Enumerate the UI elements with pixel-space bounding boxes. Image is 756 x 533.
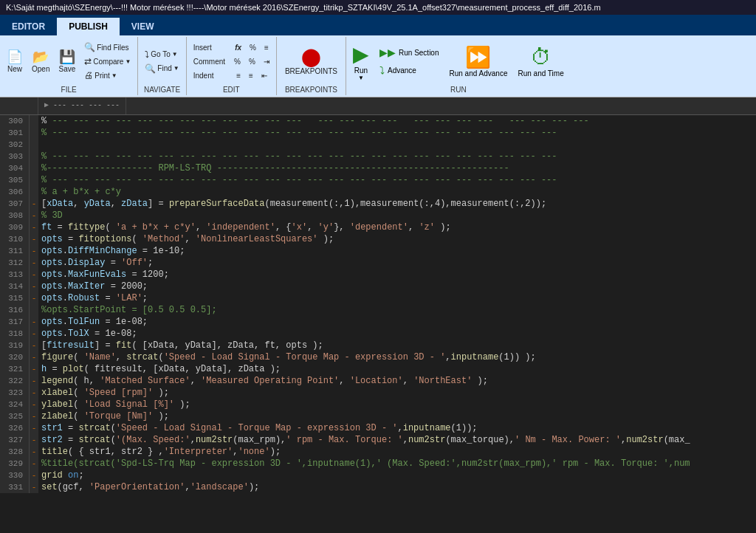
- save-button[interactable]: 💾 Save: [55, 47, 79, 76]
- line-number: 316: [0, 304, 30, 316]
- compare-button[interactable]: ⇄ Compare ▼: [80, 55, 134, 68]
- line-content: [38, 139, 756, 151]
- table-row: 326-str1 = strcat('Speed - Load Signal -…: [0, 422, 756, 434]
- line-number: 305: [0, 174, 30, 186]
- line-marker: -: [30, 221, 38, 233]
- tab-bar: EDITOR PUBLISH VIEW: [0, 15, 756, 35]
- comment-button[interactable]: Comment: [190, 55, 229, 68]
- find-button[interactable]: 🔍 Find ▼: [141, 62, 182, 75]
- table-row: 330-grid on;: [0, 470, 756, 481]
- fx-button[interactable]: fx: [231, 41, 245, 54]
- line-content: zlabel( 'Torque [Nm]' );: [38, 410, 756, 422]
- table-row: 319-[fitresult] = fit( [xData, yData], z…: [0, 340, 756, 351]
- open-button[interactable]: 📂 Open: [28, 47, 53, 76]
- line-marker: -: [30, 363, 38, 375]
- line-marker: -: [30, 375, 38, 387]
- line-marker: -: [30, 233, 38, 245]
- goto-button[interactable]: ⤵ Go To ▼: [141, 48, 182, 61]
- new-button[interactable]: 📄 New: [3, 47, 27, 76]
- breakpoints-button[interactable]: ⬤ BREAKPOINTS: [280, 44, 343, 79]
- line-content: % --- --- --- --- --- --- --- --- --- --…: [38, 174, 756, 186]
- main-content: 300% --- --- --- --- --- --- --- --- ---…: [0, 115, 756, 533]
- line-marker: [30, 115, 38, 127]
- line-marker: -: [30, 316, 38, 328]
- run-button[interactable]: ▶ Run ▼: [349, 40, 373, 83]
- table-row: 313-opts.MaxFunEvals = 1200;: [0, 269, 756, 281]
- indent-button[interactable]: Indent: [190, 69, 229, 82]
- line-content: [fitresult] = fit( [xData, yData], zData…: [38, 340, 756, 351]
- line-number: 324: [0, 399, 30, 410]
- line-content: %opts.StartPoint = [0.5 0.5 0.5];: [38, 304, 756, 316]
- table-row: 307-[xData, yData, zData] = prepareSurfa…: [0, 198, 756, 210]
- line-number: 304: [0, 162, 30, 174]
- tab-editor[interactable]: EDITOR: [0, 18, 57, 35]
- line-marker: -: [30, 387, 38, 399]
- new-icon: 📄: [7, 49, 23, 66]
- print-dropdown-icon: ▼: [111, 72, 117, 79]
- edit-icon4[interactable]: ⇥: [260, 55, 273, 68]
- line-content: opts.TolX = 1e-08;: [38, 328, 756, 340]
- compare-label: Compare: [93, 58, 123, 66]
- table-row: 306% a + b*x + c*y: [0, 186, 756, 198]
- line-marker: [30, 174, 38, 186]
- line-marker: -: [30, 269, 38, 281]
- line-marker: -: [30, 458, 38, 470]
- ribbon-edit-content: Insert Comment Indent fx % ≡ % % ⇥: [190, 38, 273, 84]
- table-row: 301% --- --- --- --- --- --- --- --- ---…: [0, 127, 756, 139]
- line-marker: [30, 151, 38, 162]
- navigate-group-label: NAVIGATE: [144, 84, 180, 94]
- print-button[interactable]: 🖨 Print ▼: [80, 69, 134, 82]
- find-files-button[interactable]: 🔍 Find Files: [80, 41, 134, 54]
- advance-button[interactable]: ⤵ Advance: [376, 62, 442, 78]
- edit-icon6[interactable]: ≡: [245, 69, 257, 82]
- line-number: 327: [0, 434, 30, 446]
- run-section-group: ▶▶ Run Section ⤵ Advance: [376, 44, 442, 78]
- line-marker: [30, 127, 38, 139]
- line-number: 313: [0, 269, 30, 281]
- line-number: 321: [0, 363, 30, 375]
- navigate-stacked: ⤵ Go To ▼ 🔍 Find ▼: [141, 48, 182, 75]
- tab-view[interactable]: VIEW: [120, 18, 166, 35]
- line-number: 312: [0, 257, 30, 269]
- line-number: 315: [0, 292, 30, 304]
- insert-button[interactable]: Insert: [190, 41, 229, 54]
- line-content: % --- --- --- --- --- --- --- --- --- --…: [38, 115, 756, 127]
- tab-publish[interactable]: PUBLISH: [57, 18, 120, 35]
- edit-icon3[interactable]: %: [245, 55, 259, 68]
- run-advance-button[interactable]: ⏩ Run and Advance: [446, 43, 512, 80]
- percent-button[interactable]: %: [246, 41, 260, 54]
- open-icon: 📂: [32, 49, 49, 66]
- save-label: Save: [58, 65, 75, 73]
- line-content: opts.MaxFunEvals = 1200;: [38, 269, 756, 281]
- ribbon-group-navigate: ⤵ Go To ▼ 🔍 Find ▼ NAVIGATE: [138, 37, 186, 95]
- line-marker: -: [30, 198, 38, 210]
- edit-icon1[interactable]: ≡: [261, 41, 272, 54]
- table-row: 305% --- --- --- --- --- --- --- --- ---…: [0, 174, 756, 186]
- compare-icon: ⇄: [84, 56, 92, 66]
- edit-icon2[interactable]: %: [230, 55, 244, 68]
- line-number: 314: [0, 281, 30, 292]
- edit-icon7[interactable]: ⇤: [258, 69, 271, 82]
- line-marker: -: [30, 245, 38, 257]
- find-files-label: Find Files: [97, 44, 128, 52]
- edit-icon5[interactable]: ≡: [233, 69, 244, 82]
- line-content: [xData, yData, zData] = prepareSurfaceDa…: [38, 198, 756, 210]
- run-time-button[interactable]: ⏱ Run and Time: [514, 43, 567, 80]
- print-label: Print: [94, 72, 110, 80]
- line-content: ft = fittype( 'a + b*x + c*y', 'independ…: [38, 221, 756, 233]
- goto-dropdown-icon: ▼: [172, 51, 178, 58]
- line-content: % --- --- --- --- --- --- --- --- --- --…: [38, 151, 756, 162]
- line-content: % --- --- --- --- --- --- --- --- --- --…: [38, 127, 756, 139]
- line-marker: -: [30, 351, 38, 363]
- line-content: set(gcf, 'PaperOrientation','landscape')…: [38, 481, 756, 493]
- line-content: ylabel( 'Load Signal [%]' );: [38, 399, 756, 410]
- line-number: 303: [0, 151, 30, 162]
- run-section-button[interactable]: ▶▶ Run Section: [376, 44, 442, 61]
- line-number: 317: [0, 316, 30, 328]
- table-row: 316%opts.StartPoint = [0.5 0.5 0.5];: [0, 304, 756, 316]
- code-editor[interactable]: 300% --- --- --- --- --- --- --- --- ---…: [0, 115, 756, 533]
- line-content: %title(strcat('Spd-LS-Trq Map - expressi…: [38, 458, 756, 470]
- line-number: 302: [0, 139, 30, 151]
- line-content: str1 = strcat('Speed - Load Signal - Tor…: [38, 422, 756, 434]
- line-number: 329: [0, 458, 30, 470]
